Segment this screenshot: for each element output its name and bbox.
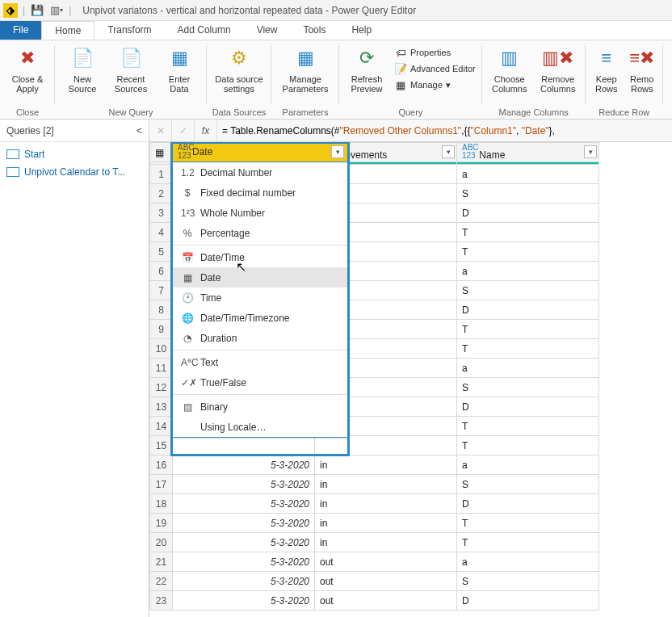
close-apply-button[interactable]: ✖ Close & Apply [5,44,50,94]
new-source-button[interactable]: 📄 New Source [60,44,105,94]
row-number[interactable]: 22 [150,572,173,591]
cell-name[interactable]: T [457,339,599,359]
cell-date[interactable]: 5-3-2020 [173,475,315,494]
cell-name[interactable]: T [457,533,599,552]
row-number[interactable]: 15 [150,436,173,455]
type-menu-item[interactable]: Using Locale… [173,417,347,437]
cell-name[interactable]: T [457,514,599,533]
cell-name[interactable]: S [457,378,599,397]
choose-columns-button[interactable]: ▥ Choose Columns [487,44,532,94]
row-number[interactable]: 10 [150,339,173,359]
table-row[interactable]: 205-3-2020inT [150,533,599,552]
cell-name[interactable]: D [457,300,599,320]
cell-name[interactable]: a [457,165,599,184]
cell-name[interactable]: S [457,475,599,494]
row-number[interactable]: 8 [150,300,173,320]
tab-home[interactable]: Home [41,21,94,40]
cell-name[interactable]: a [457,552,599,572]
cell-name[interactable]: D [457,397,599,417]
row-number[interactable]: 17 [150,475,173,494]
cell-date[interactable]: 5-3-2020 [173,494,315,514]
row-number[interactable]: 3 [150,204,173,223]
cell-movements[interactable]: in [315,514,457,533]
cell-name[interactable]: T [457,417,599,436]
remove-rows-button[interactable]: ≡✖ Remo Rows [626,44,658,94]
formula-text[interactable]: = Table.RenameColumns(#"Removed Other Co… [217,125,672,136]
tab-file[interactable]: File [0,21,41,40]
row-number[interactable]: 4 [150,223,173,242]
row-number[interactable]: 14 [150,417,173,436]
cell-name[interactable]: T [457,242,599,262]
data-source-settings-button[interactable]: ⚙ Data source settings [212,44,267,94]
column-filter-dropdown[interactable]: ▾ [584,145,597,158]
type-menu-header[interactable]: ABC 123 Date ▾ [173,142,347,162]
tab-help[interactable]: Help [338,21,384,40]
row-number[interactable]: 2 [150,184,173,204]
enter-data-button[interactable]: ▦ Enter Data [157,44,202,94]
type-menu-item[interactable]: 1.2Decimal Number [173,162,347,183]
advanced-editor-button[interactable]: 📝Advanced Editor [393,61,477,76]
cell-name[interactable]: a [457,359,599,378]
recent-sources-button[interactable]: 📄 Recent Sources [108,44,153,94]
manage-button[interactable]: ▦Manage ▾ [393,78,477,92]
cell-name[interactable]: D [457,204,599,223]
table-row[interactable]: 175-3-2020inS [150,475,599,494]
cell-date[interactable]: 5-3-2020 [173,514,315,533]
formula-commit[interactable]: ✓ [172,120,195,141]
tab-tools[interactable]: Tools [290,21,338,40]
table-row[interactable]: 165-3-2020ina [150,455,599,475]
cell-name[interactable]: a [457,262,599,281]
type-menu-item[interactable]: ▤Binary [173,397,347,417]
type-menu-item[interactable]: 📅Date/Time [173,247,347,267]
row-number[interactable]: 5 [150,242,173,262]
cell-date[interactable]: 5-3-2020 [173,572,315,591]
table-row[interactable]: 225-3-2020outS [150,572,599,591]
type-menu-item[interactable]: 🌐Date/Time/Timezone [173,308,347,328]
row-number[interactable]: 18 [150,494,173,514]
properties-button[interactable]: 🏷Properties [393,45,477,60]
type-menu-item[interactable]: 1²3Whole Number [173,203,347,223]
refresh-preview-button[interactable]: ⟳ Refresh Preview [344,44,389,94]
table-row[interactable]: 15T [150,436,599,455]
cell-name[interactable]: T [457,320,599,339]
save-icon[interactable]: 💾 [30,3,44,18]
row-number[interactable]: 7 [150,281,173,300]
cell-date[interactable]: 5-3-2020 [173,455,315,475]
cell-name[interactable]: S [457,572,599,591]
row-number[interactable]: 9 [150,320,173,339]
formula-cancel[interactable]: ✕ [149,120,172,141]
type-menu-drop[interactable]: ▾ [331,145,344,158]
type-menu-item[interactable]: ◔Duration [173,328,347,348]
table-row[interactable]: 235-3-2020outD [150,591,599,611]
cell-movements[interactable]: out [315,552,457,572]
query-item-start[interactable]: Start [0,145,149,163]
cell-date[interactable]: 5-3-2020 [173,552,315,572]
remove-columns-button[interactable]: ▥✖ Remove Columns [536,44,581,94]
cell-name[interactable]: T [457,223,599,242]
cell-movements[interactable]: in [315,533,457,552]
table-row[interactable]: 215-3-2020outa [150,552,599,572]
cell-name[interactable]: S [457,184,599,204]
cell-date[interactable] [173,436,315,455]
type-menu-item[interactable]: ✓✗True/False [173,372,347,392]
cell-name[interactable]: D [457,494,599,514]
type-menu-item[interactable]: $Fixed decimal number [173,183,347,203]
type-icon-abc123[interactable]: ABC 123 [462,144,477,160]
cell-date[interactable]: 5-3-2020 [173,591,315,611]
row-number[interactable]: 20 [150,533,173,552]
cell-movements[interactable]: in [315,455,457,475]
row-number[interactable]: 1 [150,165,173,184]
corner-cell[interactable]: ▦ [150,143,173,162]
query-item-unpivot[interactable]: Unpivot Calendar to T... [0,163,149,181]
type-menu-item[interactable]: 🕐Time [173,288,347,308]
row-number[interactable]: 11 [150,359,173,378]
cell-movements[interactable]: out [315,572,457,591]
cell-movements[interactable]: out [315,591,457,611]
cell-name[interactable]: S [457,281,599,300]
keep-rows-button[interactable]: ≡ Keep Rows [590,44,623,94]
manage-parameters-button[interactable]: ▦ Manage Parameters [276,44,334,94]
row-number[interactable]: 23 [150,591,173,611]
row-number[interactable]: 6 [150,262,173,281]
qat-icon[interactable]: ▥▾ [49,3,64,18]
row-number[interactable]: 12 [150,378,173,397]
